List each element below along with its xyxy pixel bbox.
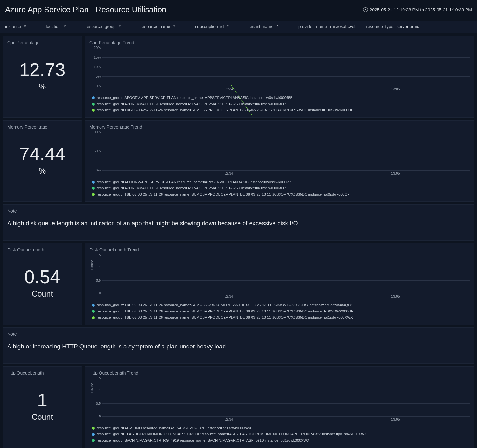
legend-dot-icon bbox=[92, 439, 95, 442]
legend-dot-icon bbox=[92, 96, 95, 99]
legend-dot-icon bbox=[92, 310, 95, 313]
legend-dot-icon bbox=[92, 109, 95, 112]
filter-resource_type[interactable]: resource_typeserverfarms bbox=[366, 24, 420, 30]
filter-value: * bbox=[172, 24, 187, 30]
filter-label: resource_name bbox=[140, 24, 170, 29]
legend-dot-icon bbox=[92, 427, 95, 430]
filter-label: resource_group bbox=[86, 24, 116, 29]
page-title: Azure App Service Plan - Resource Utilis… bbox=[5, 5, 166, 14]
cpu-value: 12.73 bbox=[7, 60, 77, 79]
panel-title: Cpu Percentage bbox=[7, 40, 77, 45]
filter-bar: instance*location*resource_group*resourc… bbox=[0, 21, 477, 33]
note-text: A high disk queue length is an indicatio… bbox=[7, 216, 470, 236]
mem-unit: % bbox=[7, 166, 77, 176]
header: Azure App Service Plan - Resource Utilis… bbox=[0, 0, 477, 21]
filter-label: location bbox=[46, 24, 61, 29]
disk-unit: Count bbox=[7, 289, 77, 298]
filter-value: * bbox=[275, 24, 290, 30]
legend-dot-icon bbox=[92, 193, 95, 196]
filter-label: tenant_name bbox=[248, 24, 273, 29]
filter-provider_name[interactable]: provider_namemicrosoft.web bbox=[298, 24, 358, 30]
cpu-trend-panel: Cpu Percentage Trend 0%5%10%15%20%12:341… bbox=[85, 36, 474, 118]
legend-dot-icon bbox=[92, 433, 95, 436]
note-text: A high or increasing HTTP Queue length i… bbox=[7, 339, 470, 360]
disk-queue-panel: Disk QueueLength 0.54 Count bbox=[3, 243, 82, 325]
filter-value: * bbox=[225, 24, 240, 30]
filter-value: * bbox=[23, 24, 38, 30]
filter-value: * bbox=[63, 24, 77, 30]
http-value: 1 bbox=[7, 391, 77, 409]
clock-icon bbox=[363, 7, 368, 12]
http-unit: Count bbox=[7, 412, 77, 422]
note-http-panel: Note A high or increasing HTTP Queue len… bbox=[3, 327, 474, 364]
time-range-text: 2025-05-21 12:10:38 PM to 2025-05-21 1:1… bbox=[370, 7, 472, 12]
filter-value: serverfarms bbox=[395, 24, 420, 30]
panel-title: Http QueueLength bbox=[7, 370, 77, 375]
legend-dot-icon bbox=[92, 316, 95, 319]
panel-title: Memory Percentage Trend bbox=[89, 124, 470, 130]
filter-label: provider_name bbox=[298, 24, 327, 29]
filter-value: * bbox=[117, 24, 132, 30]
legend-dot-icon bbox=[92, 304, 95, 307]
panel-title: Disk QueueLength bbox=[7, 247, 77, 252]
http-trend-panel: Http QueueLength Trend 00.511.5Count12:3… bbox=[85, 366, 474, 448]
memory-trend-panel: Memory Percentage Trend 0%50%100%12:3413… bbox=[85, 120, 474, 202]
legend-dot-icon bbox=[92, 187, 95, 190]
cpu-trend-chart[interactable]: 0%5%10%15%20%12:3413:05resource_group=AP… bbox=[89, 48, 470, 114]
panel-title: Note bbox=[7, 332, 470, 337]
cpu-percentage-panel: Cpu Percentage 12.73 % bbox=[3, 36, 82, 118]
note-disk-panel: Note A high disk queue length is an indi… bbox=[3, 204, 474, 241]
disk-value: 0.54 bbox=[7, 268, 77, 286]
filter-resource_group[interactable]: resource_group* bbox=[86, 24, 132, 30]
legend-dot-icon bbox=[92, 103, 95, 106]
disk-trend-panel: Disk QueueLength Trend 00.511.5Count12:3… bbox=[85, 243, 474, 325]
memory-percentage-panel: Memory Percentage 74.44 % bbox=[3, 120, 82, 202]
filter-label: instance bbox=[5, 24, 21, 29]
http-queue-panel: Http QueueLength 1 Count bbox=[3, 366, 82, 448]
http-trend-chart[interactable]: 00.511.5Count12:3413:05resource_group=AG… bbox=[89, 378, 470, 444]
disk-trend-chart[interactable]: 00.511.5Count12:3413:05resource_group=TB… bbox=[89, 255, 470, 321]
filter-instance[interactable]: instance* bbox=[5, 24, 38, 30]
panel-title: Http QueueLength Trend bbox=[89, 370, 470, 375]
memory-trend-chart[interactable]: 0%50%100%12:3413:05resource_group=APOORV… bbox=[89, 132, 470, 198]
panel-title: Cpu Percentage Trend bbox=[89, 40, 470, 45]
filter-tenant_name[interactable]: tenant_name* bbox=[248, 24, 290, 30]
filter-value: microsoft.web bbox=[329, 24, 358, 30]
filter-label: subscription_id bbox=[195, 24, 224, 29]
filter-location[interactable]: location* bbox=[46, 24, 77, 30]
panel-title: Memory Percentage bbox=[7, 124, 77, 130]
time-range-picker[interactable]: 2025-05-21 12:10:38 PM to 2025-05-21 1:1… bbox=[363, 7, 472, 12]
filter-resource_name[interactable]: resource_name* bbox=[140, 24, 187, 30]
panel-title: Note bbox=[7, 208, 470, 214]
mem-value: 74.44 bbox=[7, 145, 77, 163]
panel-title: Disk QueueLength Trend bbox=[89, 247, 470, 252]
cpu-unit: % bbox=[7, 82, 77, 91]
filter-subscription_id[interactable]: subscription_id* bbox=[195, 24, 240, 30]
filter-label: resource_type bbox=[366, 24, 393, 29]
legend-dot-icon bbox=[92, 181, 95, 184]
